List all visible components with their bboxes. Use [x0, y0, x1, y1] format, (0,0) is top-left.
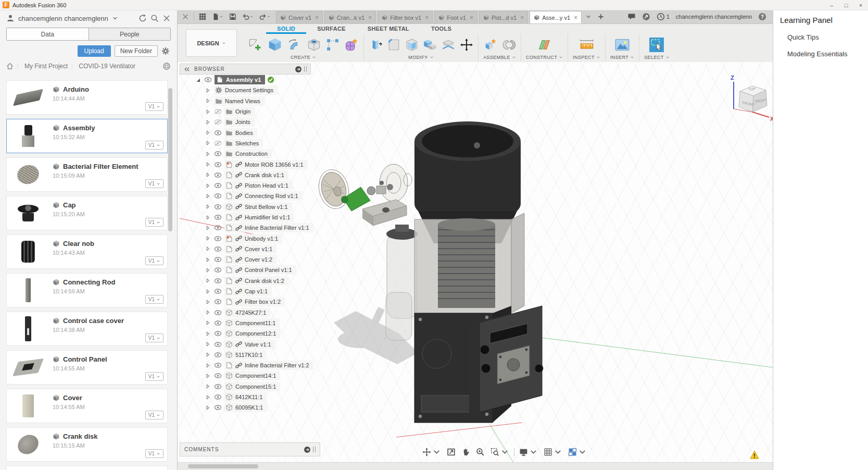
document-tab[interactable]: Asse...y v1 ×	[530, 11, 582, 23]
browser-tree-row[interactable]: Component14:1	[205, 370, 313, 381]
browser-tree-row[interactable]: Assembly v1	[195, 75, 313, 85]
modify-group-label[interactable]: MODIFY	[408, 55, 433, 62]
maximize-button[interactable]: □	[839, 0, 853, 10]
file-card[interactable]: Clear nob 10:14:43 AM V1	[6, 234, 168, 269]
warning-icon[interactable]	[750, 450, 759, 460]
collapse-panel-icon[interactable]	[184, 66, 190, 72]
humidifier-jar[interactable]	[386, 225, 418, 340]
close-button[interactable]: ×	[853, 0, 868, 10]
app-grid-icon[interactable]	[197, 10, 208, 23]
file-card[interactable]: Control case cover 10:14:38 AM V1	[6, 312, 168, 346]
settings-gear-icon[interactable]	[161, 47, 170, 55]
patt​ern-button[interactable]	[326, 38, 339, 52]
browser-header[interactable]: BROWSER	[180, 64, 311, 75]
browser-tree-row[interactable]: Document Settings	[205, 85, 313, 95]
browser-tree-row[interactable]: Piston Head v1:1	[205, 180, 313, 191]
viewports-button[interactable]	[567, 447, 588, 457]
data-panel-scrollbar[interactable]	[168, 88, 172, 231]
browser-tree-row[interactable]: Cover v1:1	[205, 244, 313, 254]
upload-button[interactable]: Upload	[78, 45, 111, 57]
create-sketch-button[interactable]	[248, 38, 262, 52]
control-box[interactable]	[469, 306, 543, 415]
assemble-group-label[interactable]: ASSEMBLE	[483, 55, 516, 62]
learning-item-modeling-essentials[interactable]: Modeling Essentials	[773, 41, 868, 58]
tab-sheet-metal[interactable]: SHEET METAL	[357, 24, 420, 34]
measure-button[interactable]	[580, 38, 594, 52]
file-card[interactable]: Crank disk 10:15:15 AM V1	[6, 427, 168, 462]
create-group-label[interactable]: CREATE	[291, 55, 316, 62]
version-dropdown[interactable]: V1	[145, 141, 163, 150]
file-card[interactable]: Cover 10:14:55 AM V1	[6, 389, 168, 423]
save-button[interactable]	[227, 10, 238, 23]
file-card[interactable]: Assembly 10:15:32 AM V1	[6, 119, 168, 153]
version-dropdown[interactable]: V1	[145, 372, 163, 381]
version-dropdown[interactable]: V1	[145, 102, 163, 111]
close-panel-icon[interactable]	[162, 14, 171, 22]
panel-resize-grip[interactable]	[313, 447, 316, 452]
browser-tree-row[interactable]: 47245K27:1	[205, 307, 313, 318]
document-tab[interactable]: Cover v1 ×	[276, 11, 323, 23]
scrollbar-thumb[interactable]	[188, 464, 258, 468]
viewport[interactable]: BROWSER Assembly v1Document SettingsName…	[178, 62, 773, 470]
hole-button[interactable]	[307, 38, 321, 52]
browser-tree-row[interactable]: Inline Bacterial Filter v1:1	[205, 222, 313, 233]
version-dropdown[interactable]: V1	[145, 295, 163, 304]
comment-icon[interactable]	[627, 13, 636, 21]
breadcrumb-folder[interactable]: COVID-19 Ventilator	[79, 63, 135, 70]
search-icon[interactable]	[150, 14, 159, 22]
fit-button[interactable]	[489, 447, 510, 457]
bacterial-filter-right[interactable]	[380, 164, 412, 202]
browser-tree-row[interactable]: Motor ROB 13656 v1:1	[205, 159, 313, 169]
version-dropdown[interactable]: V1	[145, 179, 163, 188]
browser-tree-row[interactable]: Component15:1	[205, 381, 313, 392]
insert-image-button[interactable]	[615, 38, 630, 52]
new-folder-button[interactable]: New Folder	[115, 45, 158, 57]
panel-menu-icon[interactable]	[304, 446, 311, 453]
undo-button[interactable]	[240, 10, 256, 23]
browser-tree-row[interactable]: Control Panel v1:1	[205, 265, 313, 275]
browser-tree-row[interactable]: Origin	[205, 106, 313, 117]
document-tab[interactable]: Filter box v1 ×	[378, 11, 433, 23]
browser-tree-row[interactable]: Sketches	[205, 138, 313, 149]
insert-group-label[interactable]: INSERT	[610, 55, 634, 62]
manifold-block[interactable]	[362, 200, 407, 226]
document-tab[interactable]: Pist...d v1 ×	[479, 11, 528, 23]
inspect-group-label[interactable]: INSPECT	[573, 55, 600, 62]
browser-tree-row[interactable]: Bodies	[205, 127, 313, 138]
revolve-button[interactable]	[287, 38, 302, 52]
select-group-label[interactable]: SELECT	[644, 55, 669, 62]
panel-resize-grip[interactable]	[304, 66, 307, 72]
joint-button[interactable]	[502, 38, 516, 52]
mid-housing[interactable]	[414, 213, 524, 313]
browser-tree-row[interactable]: 60095K1:1	[205, 402, 313, 413]
browser-tree-row[interactable]: 6412K11:1	[205, 392, 313, 402]
browser-tree-row[interactable]: Named Views	[205, 96, 313, 106]
version-dropdown[interactable]: V1	[145, 333, 163, 342]
close-tab-icon[interactable]: ×	[425, 15, 429, 21]
look-at-button[interactable]	[446, 447, 457, 457]
browser-tree-row[interactable]: Unibody v1:1	[205, 233, 313, 243]
version-dropdown[interactable]: V1	[145, 449, 163, 458]
browser-tree-row[interactable]: Valve v1:1	[205, 339, 313, 349]
panel-menu-icon[interactable]	[295, 66, 302, 73]
new-component-button[interactable]	[483, 38, 498, 52]
version-dropdown[interactable]: V1	[145, 411, 163, 419]
close-tab-icon[interactable]: ×	[470, 15, 473, 21]
tab-tools[interactable]: TOOLS	[420, 24, 462, 34]
notifications-button[interactable]: 1	[657, 13, 670, 21]
comments-bar[interactable]: COMMENTS	[180, 442, 320, 456]
minimize-button[interactable]: –	[824, 0, 839, 10]
chevron-down-icon[interactable]	[112, 15, 118, 21]
create-form-button[interactable]	[344, 38, 359, 52]
file-card[interactable]: Arduino 10:14:44 AM V1	[6, 80, 168, 115]
press-pull-button[interactable]	[369, 38, 382, 52]
browser-tree-row[interactable]: Inline Bacterial Filter v1:2	[205, 360, 313, 370]
zoom-button[interactable]	[475, 447, 486, 457]
horizontal-scrollbar[interactable]	[178, 462, 773, 470]
browser-tree-row[interactable]: Component12:1	[205, 328, 313, 339]
close-tab-icon[interactable]: ×	[368, 15, 372, 21]
file-card[interactable]: Fastener Assy (Unibody) V1	[6, 466, 168, 470]
job-status-icon[interactable]	[642, 13, 650, 21]
select-button[interactable]	[649, 38, 664, 52]
new-tab-button[interactable]	[595, 10, 607, 23]
